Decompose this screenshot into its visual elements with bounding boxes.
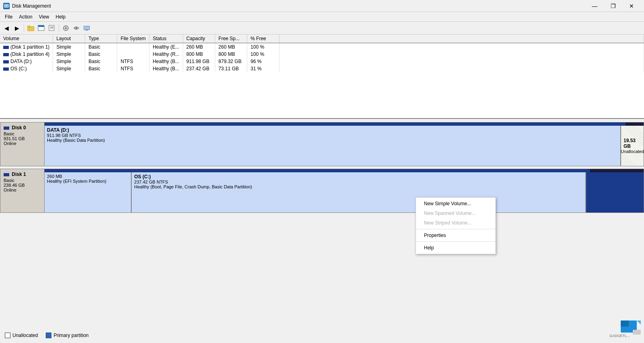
disk-0-partition-1[interactable]: 19.53 GB Unallocated [621,126,644,166]
volume-cell-2-1: Simple [53,58,85,65]
volume-row-3[interactable]: OS (C:)SimpleBasicNTFSHealthy (B...237.4… [0,65,644,72]
disk-1-bar-os [128,169,590,172]
menu-help[interactable]: Help [53,13,69,20]
svg-point-12 [75,27,77,29]
toolbar: ◀ ▶ [0,22,644,35]
legend-box-primary [46,333,51,338]
main-area: Volume Layout Type File System Status Ca… [0,35,644,343]
watermark: GADGETL... [609,318,641,340]
volume-cell-3-1: Simple [53,65,85,72]
minimize-button[interactable]: — [585,0,604,12]
volume-cell-2-0: DATA (D:) [0,58,53,65]
volume-cell-3-8 [279,65,644,72]
volume-cell-1-4: Healthy (R... [149,51,183,58]
col-layout[interactable]: Layout [53,35,85,43]
volume-panel: Volume Layout Type File System Status Ca… [0,35,644,119]
part-unalloc-size: 19.53 GB [624,138,641,149]
forward-button[interactable]: ▶ [12,23,22,33]
volume-cell-0-6: 260 MB [215,43,247,51]
restore-button[interactable]: ❐ [604,0,622,12]
disk-1-content: 260 MB Healthy (EFI System Partition) OS… [44,169,644,213]
disk-1-size: 238.46 GB [4,183,41,188]
volume-cell-2-8 [279,58,644,65]
disk-1-type: Basic [4,178,41,183]
svg-rect-18 [633,330,641,335]
vol-icon-1 [3,53,9,56]
col-volume[interactable]: Volume [0,35,53,43]
disk-0-label: Disk 0 Basic 931.51 GB Online [0,122,44,166]
svg-rect-5 [38,25,44,27]
volume-cell-1-6: 800 MB [215,51,247,58]
volume-row-0[interactable]: (Disk 1 partition 1)SimpleBasicHealthy (… [0,43,644,51]
disk-0-status: Online [4,141,41,146]
svg-rect-3 [27,26,30,27]
volume-cell-0-8 [279,43,644,51]
volume-cell-0-7: 100 % [247,43,279,51]
disk-1-partition-0[interactable]: 260 MB Healthy (EFI System Partition) [45,172,132,212]
part-os-status: Healthy (Boot, Page File, Crash Dump, Ba… [134,184,583,189]
toolbar-btn-5[interactable] [71,23,81,33]
toolbar-separator-2 [59,24,59,32]
disk-1-status: Online [4,188,41,192]
volume-cell-0-0: (Disk 1 partition 1) [0,43,53,51]
ctx-help[interactable]: Help [416,243,495,253]
volume-cell-2-4: Healthy (B... [149,58,183,65]
toolbar-btn-6[interactable] [82,23,92,33]
disk-0-icon [4,127,9,130]
col-fs[interactable]: File System [117,35,149,43]
volume-cell-3-4: Healthy (B... [149,65,183,72]
toolbar-btn-folder[interactable] [26,23,36,33]
col-status[interactable]: Status [149,35,183,43]
volume-cell-3-5: 237.42 GB [183,65,215,72]
window-title: Disk Management [12,3,585,9]
menu-action[interactable]: Action [16,13,35,20]
back-button[interactable]: ◀ [2,23,11,33]
ctx-properties[interactable]: Properties [416,231,495,240]
volume-row-1[interactable]: (Disk 1 partition 4)SimpleBasicHealthy (… [0,51,644,58]
menu-file[interactable]: File [2,13,16,20]
disk-1-partitions: 260 MB Healthy (EFI System Partition) OS… [45,172,644,212]
disk-1-row: Disk 1 Basic 238.46 GB Online 260 MB Hea… [0,169,644,213]
volume-cell-1-5: 800 MB [183,51,215,58]
volume-cell-1-7: 100 % [247,51,279,58]
disk-1-partition-2[interactable] [586,172,644,212]
vol-icon-0 [3,46,9,49]
col-free[interactable]: Free Sp... [215,35,247,43]
volume-cell-2-2: Basic [85,58,117,65]
ctx-sep-2 [416,241,495,242]
legend: Unallocated Primary partition [5,333,89,338]
col-capacity[interactable]: Capacity [183,35,215,43]
ctx-new-simple[interactable]: New Simple Volume... [416,199,495,208]
volume-cell-2-6: 879.32 GB [215,58,247,65]
volume-cell-1-3 [117,51,149,58]
disk-0-name: Disk 0 [4,125,41,131]
toolbar-btn-2[interactable] [37,23,46,33]
volume-cell-1-8 [279,51,644,58]
toolbar-btn-4[interactable] [61,23,71,33]
volume-cell-1-0: (Disk 1 partition 4) [0,51,53,58]
disk-1-partition-1[interactable]: OS (C:) 237.42 GB NTFS Healthy (Boot, Pa… [132,172,586,212]
vol-icon-3 [3,67,9,71]
part-unalloc-label: Unallocated [621,149,644,154]
col-pctfree[interactable]: % Free [247,35,279,43]
volume-cell-0-2: Basic [85,43,117,51]
legend-primary-label: Primary partition [53,333,88,338]
menu-view[interactable]: View [36,13,53,20]
disk-0-partition-0[interactable]: DATA (D:) 911.98 GB NTFS Healthy (Basic … [45,126,621,166]
volume-cell-3-0: OS (C:) [0,65,53,72]
vol-icon-2 [3,60,9,63]
close-button[interactable]: ✕ [622,0,641,12]
col-type[interactable]: Type [85,35,117,43]
toolbar-separator-1 [24,24,24,32]
part-os-size: 237.42 GB NTFS [134,180,583,184]
ctx-new-spanned: New Spanned Volume... [416,208,495,218]
col-extra [279,35,644,43]
disk-1-bar-efi [45,169,128,172]
volume-cell-0-3 [117,43,149,51]
volume-row-2[interactable]: DATA (D:)SimpleBasicNTFSHealthy (B...911… [0,58,644,65]
app-icon [3,3,10,9]
toolbar-btn-3[interactable] [47,23,57,33]
volume-cell-0-4: Healthy (E... [149,43,183,51]
context-menu: New Simple Volume... New Spanned Volume.… [416,197,496,254]
disk-0-partitions: DATA (D:) 911.98 GB NTFS Healthy (Basic … [45,126,644,166]
